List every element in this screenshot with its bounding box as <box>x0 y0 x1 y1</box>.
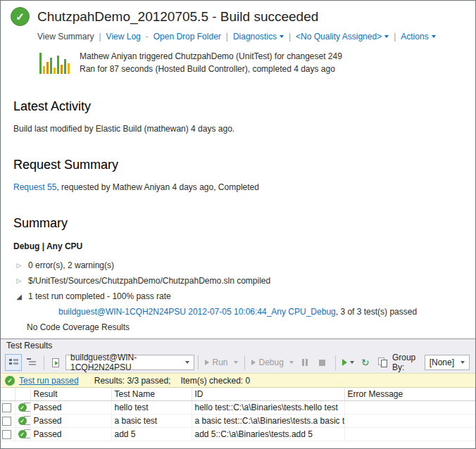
table-row[interactable]: ✓ Passed add 5 add 5::C:\a\Binaries\test… <box>1 428 475 441</box>
tree-item-errors-warnings[interactable]: ▷ 0 error(s), 2 warning(s) <box>15 258 475 273</box>
test-run-statusbar: ✓ Test run passed Results: 3/3 passed; I… <box>1 373 475 388</box>
request-summary-text: , requested by Mathew Aniyan 4 days ago,… <box>56 182 259 192</box>
debug-button[interactable]: Debug <box>249 354 296 371</box>
latest-activity-heading: Latest Activity <box>13 99 475 114</box>
menu-actions-label: Actions <box>401 32 428 42</box>
menu-view-summary[interactable]: View Summary <box>37 32 94 42</box>
run-icon <box>205 360 209 365</box>
refresh-button[interactable]: ↻ <box>357 354 374 371</box>
test-passed-icon: ✓ <box>18 429 31 439</box>
test-name-cell: a basic test <box>111 415 192 428</box>
build-trigger-line: Mathew Aniyan triggered ChutzpahDemo (Un… <box>80 50 342 63</box>
test-results-grid: Result Test Name ID Error Message ✓ Pass… <box>1 388 475 448</box>
expander-collapsed-icon[interactable]: ▷ <box>15 262 23 269</box>
run-config-button[interactable] <box>48 354 65 371</box>
summary-heading: Summary <box>13 216 475 231</box>
results-summary: Results: 3/3 passed; <box>94 376 171 386</box>
error-message-cell <box>344 415 475 428</box>
id-cell: hello test::C:\a\Binaries\tests.hello te… <box>192 401 344 415</box>
toolbar-separator <box>335 355 336 370</box>
stop-button[interactable] <box>314 354 331 371</box>
latest-activity-text: Build last modified by Elastic Build (ma… <box>13 124 475 134</box>
request-link[interactable]: Request 55 <box>13 182 56 192</box>
pause-button[interactable] <box>296 354 313 371</box>
stop-icon <box>319 360 325 366</box>
chevron-down-icon <box>461 361 465 364</box>
export-icon <box>378 358 387 367</box>
menu-separator: | <box>394 32 396 42</box>
menu-quality-dropdown[interactable]: <No Quality Assigned> <box>296 32 389 42</box>
build-info-text: Mathew Aniyan triggered ChutzpahDemo (Un… <box>80 50 342 75</box>
run-view-button[interactable] <box>339 354 357 371</box>
test-name-cell: hello test <box>111 401 192 415</box>
menu-separator: | <box>289 32 291 42</box>
export-button[interactable] <box>375 354 392 371</box>
no-code-coverage-line: No Code Coverage Results <box>27 320 475 335</box>
expander-expanded-icon[interactable]: ◢ <box>15 293 23 301</box>
details-view-icon <box>9 358 18 367</box>
run-button[interactable]: Run <box>202 354 241 371</box>
row-checkbox[interactable] <box>2 417 11 426</box>
table-row[interactable]: ✓ Passed a basic test a basic test::C:\a… <box>1 415 475 428</box>
tree-item-test-run[interactable]: ◢ 1 test run completed - 100% pass rate <box>15 289 475 304</box>
debug-icon <box>251 360 256 365</box>
details-view-button[interactable] <box>5 354 22 371</box>
test-name-cell: add 5 <box>111 428 192 441</box>
group-view-button[interactable] <box>23 354 39 371</box>
group-by-value: [None] <box>430 358 454 367</box>
connection-value: buildguest@WIN-1CQH2N24PSU <box>70 353 179 372</box>
id-cell: a basic test::C:\a\Binaries\tests.a basi… <box>192 415 344 428</box>
toolbar-separator <box>244 355 245 370</box>
checkbox-column-header[interactable] <box>1 388 15 401</box>
menu-open-drop-folder[interactable]: Open Drop Folder <box>154 32 221 42</box>
group-by-label: Group By: <box>392 353 420 372</box>
menu-view-log[interactable]: View Log <box>106 32 141 42</box>
column-header-id[interactable]: ID <box>192 388 344 401</box>
row-checkbox[interactable] <box>2 430 11 439</box>
grid-header-row: Result Test Name ID Error Message <box>1 388 475 401</box>
expander-collapsed-icon[interactable]: ▷ <box>15 277 23 284</box>
group-by-combobox[interactable]: [None] <box>425 355 470 370</box>
request-summary-heading: Request Summary <box>13 158 475 172</box>
table-row[interactable]: ✓ Passed hello test hello test::C:\a\Bin… <box>1 401 475 415</box>
check-glyph: ✓ <box>15 11 25 23</box>
build-info: Mathew Aniyan triggered ChutzpahDemo (Un… <box>39 50 475 75</box>
test-run-suffix: , 3 of 3 test(s) passed <box>336 307 417 317</box>
test-passed-icon: ✓ <box>18 403 31 412</box>
tree-item-label: 1 test run completed - 100% pass rate <box>28 291 171 301</box>
chevron-down-icon <box>350 361 354 364</box>
connection-combobox[interactable]: buildguest@WIN-1CQH2N24PSU <box>65 355 194 370</box>
test-results-panel: Test Results buildguest@WIN-1CQH2N24PSU … <box>1 339 475 448</box>
build-run-line: Ran for 87 seconds (Hosted Build Control… <box>80 63 342 75</box>
toolbar-separator <box>44 355 44 370</box>
column-header-result[interactable]: Result <box>30 388 111 401</box>
page-title: ChutzpahDemo_20120705.5 - Build succeede… <box>37 9 318 25</box>
request-summary-line: Request 55, requested by Mathew Aniyan 4… <box>13 182 475 192</box>
column-header-error-message[interactable]: Error Message <box>344 388 475 401</box>
test-run-passed-link[interactable]: Test run passed <box>19 376 79 386</box>
items-checked-summary: Item(s) checked: 0 <box>180 376 250 386</box>
toolbar-separator <box>198 355 199 370</box>
error-message-cell <box>344 428 475 441</box>
build-menu: View Summary | View Log - Open Drop Fold… <box>37 32 475 42</box>
menu-diagnostics[interactable]: Diagnostics <box>233 32 284 42</box>
build-history-chart-icon <box>39 50 70 74</box>
row-checkbox[interactable] <box>2 403 11 412</box>
test-results-toolbar: buildguest@WIN-1CQH2N24PSU Run Debug <box>1 352 475 373</box>
menu-quality-label: <No Quality Assigned> <box>296 32 382 42</box>
menu-actions[interactable]: Actions <box>401 32 435 42</box>
debug-label: Debug <box>259 358 284 367</box>
no-code-coverage-text: No Code Coverage Results <box>27 322 130 332</box>
tree-item-solution-compiled[interactable]: ▷ $/UnitTest/Sources/ChutzpahDemo/Chutzp… <box>15 273 475 289</box>
tree-item-label: 0 error(s), 2 warning(s) <box>28 260 114 270</box>
column-header-test-name[interactable]: Test Name <box>111 388 192 401</box>
build-succeeded-icon: ✓ <box>11 7 30 26</box>
title-row: ✓ ChutzpahDemo_20120705.5 - Build succee… <box>11 7 475 26</box>
menu-separator: - <box>146 32 149 42</box>
group-view-icon <box>27 358 36 367</box>
test-results-panel-title: Test Results <box>1 339 475 352</box>
result-cell: Passed <box>30 415 111 428</box>
icon-column-header[interactable] <box>15 388 30 401</box>
test-run-link[interactable]: buildguest@WIN-1CQH2N24PSU 2012-07-05 10… <box>58 307 336 317</box>
group-by-section: Group By: [None] <box>392 353 470 372</box>
